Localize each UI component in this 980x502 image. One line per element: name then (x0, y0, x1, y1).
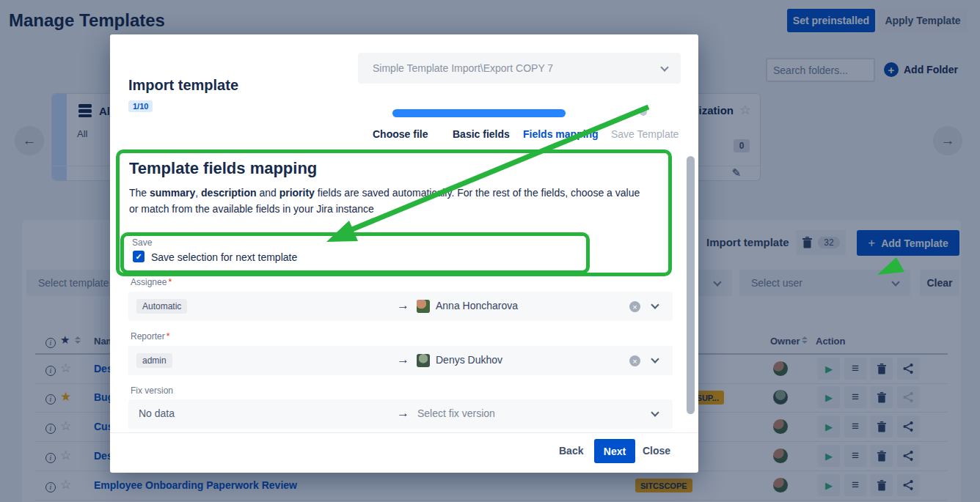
manage-templates-page: Manage Templates Set preinstalled Apply … (0, 0, 980, 502)
map-arrow-icon: → (397, 406, 409, 421)
assignee-target-value: Anna Honcharova (436, 300, 518, 311)
reporter-avatar (417, 354, 430, 367)
fix-version-field-label: Fix version (131, 385, 173, 396)
chevron-down-icon[interactable] (651, 355, 659, 363)
mapping-heading: Template fields mapping (129, 159, 317, 178)
step-choose-file[interactable]: Choose file (373, 128, 428, 140)
clear-selection-icon[interactable]: × (629, 301, 640, 312)
next-button[interactable]: Next (594, 439, 635, 463)
fix-version-placeholder: Select fix version (417, 407, 495, 419)
save-group-label: Save (132, 237, 152, 248)
reporter-mapping-row: admin → Denys Dukhov × (128, 346, 673, 375)
clear-selection-icon[interactable]: × (629, 355, 640, 366)
required-asterisk: * (167, 331, 170, 342)
assignee-mapping-row: Automatic → Anna Honcharova × (128, 292, 673, 321)
next-label: Next (604, 446, 626, 457)
fix-version-mapping-row: No data → Select fix version (128, 399, 673, 429)
template-select-dropdown[interactable]: Simple Template Import\Export COPY 7 (358, 53, 681, 84)
modal-title: Import template (128, 77, 238, 94)
step-fields-mapping[interactable]: Fields mapping (523, 128, 599, 140)
back-button[interactable]: Back (559, 445, 583, 457)
template-select-value: Simple Template Import\Export COPY 7 (373, 62, 553, 74)
reporter-field-label: Reporter* (131, 331, 169, 342)
reporter-target-value: Denys Dukhov (436, 354, 502, 366)
counter-badge: 1/10 (128, 100, 153, 112)
assignee-source-chip: Automatic (136, 299, 187, 314)
check-icon: ✓ (135, 252, 142, 262)
progress-bar (392, 109, 566, 117)
import-template-modal: Simple Template Import\Export COPY 7 Imp… (110, 34, 698, 473)
required-asterisk: * (168, 277, 172, 287)
progress-step-dot (640, 108, 647, 116)
chevron-down-icon[interactable] (651, 300, 659, 309)
chevron-down-icon[interactable] (651, 408, 659, 416)
step-basic-fields[interactable]: Basic fields (453, 128, 510, 140)
save-selection-label: Save selection for next template (151, 251, 297, 263)
mapping-description: The summary, description and priority fi… (129, 185, 647, 217)
fix-version-source-text: No data (139, 407, 175, 419)
reporter-source-chip: admin (136, 353, 172, 368)
save-selection-checkbox[interactable]: ✓ (133, 251, 145, 262)
map-arrow-icon: → (397, 352, 409, 367)
chevron-down-icon (660, 63, 668, 71)
assignee-field-label: Assignee* (131, 277, 172, 287)
modal-footer: Back Next Close (110, 432, 698, 473)
map-arrow-icon: → (397, 298, 409, 313)
modal-scrollbar-thumb[interactable] (687, 156, 695, 414)
step-save-template[interactable]: Save Template (611, 128, 679, 140)
close-button[interactable]: Close (643, 445, 670, 457)
assignee-avatar (417, 300, 430, 313)
